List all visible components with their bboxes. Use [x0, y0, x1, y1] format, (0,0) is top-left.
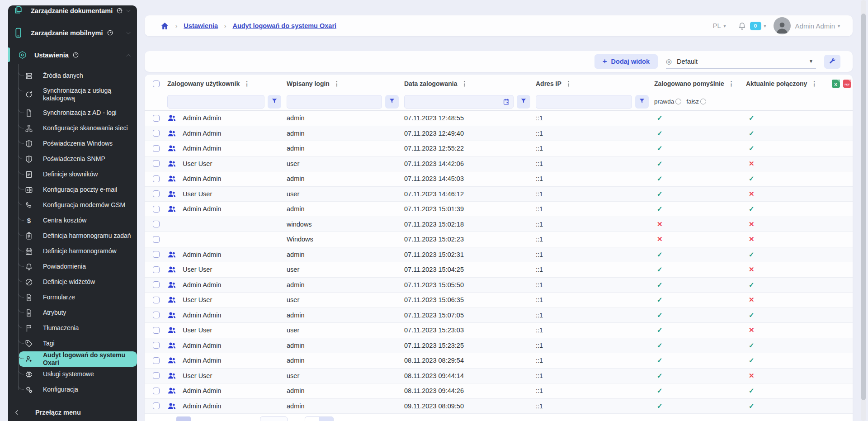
- view-selector[interactable]: ◎ Default ▼: [666, 54, 816, 69]
- sidebar-item[interactable]: Definicje widżetów: [8, 274, 137, 290]
- notification-badge[interactable]: 0: [750, 22, 761, 30]
- sidebar-item[interactable]: Atrybuty: [8, 305, 137, 321]
- table-row[interactable]: Admin Admin admin 08.11.2023 09:44:26 ::…: [145, 383, 853, 399]
- calendar-icon[interactable]: [503, 98, 510, 105]
- sidebar-item[interactable]: Konfiguracja poczty e-mail: [8, 182, 137, 198]
- column-header[interactable]: Wpisany login: [287, 80, 330, 87]
- chevron-down-icon[interactable]: ▾: [724, 24, 726, 28]
- row-checkbox[interactable]: [153, 266, 160, 273]
- sidebar-item[interactable]: Konfiguracje skanowania sieci: [8, 121, 137, 136]
- select-all-checkbox[interactable]: [153, 80, 160, 87]
- scrollbar-thumb[interactable]: [861, 14, 866, 400]
- user-menu[interactable]: Admin Admin: [795, 22, 835, 30]
- sidebar-item-zarzadzanie-mobilnymi[interactable]: Zarządzanie mobilnymi: [8, 22, 137, 44]
- sidebar-item[interactable]: Powiadomienia: [8, 259, 137, 274]
- row-checkbox[interactable]: [153, 402, 160, 409]
- sidebar-item[interactable]: Usługi systemowe: [8, 367, 137, 382]
- scrollbar[interactable]: [861, 0, 866, 421]
- table-row[interactable]: Admin Admin admin 07.11.2023 12:48:55 ::…: [145, 111, 853, 126]
- filter-input-date[interactable]: [404, 95, 514, 109]
- page-button[interactable]: [176, 416, 191, 421]
- row-checkbox[interactable]: [153, 297, 160, 303]
- chevron-down-icon[interactable]: ▾: [838, 24, 840, 28]
- filter-false-radio[interactable]: [700, 99, 706, 104]
- sidebar-item[interactable]: Definicja harmonogramu zadań: [8, 228, 137, 244]
- sidebar-item[interactable]: Audyt logowań do systemu Oxari: [19, 351, 137, 367]
- chevron-down-icon[interactable]: [125, 8, 132, 14]
- toggle-menu-button[interactable]: Przełącz menu: [8, 406, 137, 419]
- row-checkbox[interactable]: [153, 175, 160, 182]
- sidebar-item[interactable]: Synchronizacja z AD - logi: [8, 105, 137, 121]
- row-checkbox[interactable]: [153, 281, 160, 288]
- table-row[interactable]: Admin Admin admin 07.11.2023 12:49:40 ::…: [145, 126, 853, 142]
- page-size-select[interactable]: [260, 416, 288, 421]
- table-row[interactable]: Admin Admin admin 07.11.2023 15:23:25 ::…: [145, 338, 853, 354]
- table-row[interactable]: Admin Admin admin 07.11.2023 15:07:05 ::…: [145, 308, 853, 323]
- bell-icon[interactable]: [738, 22, 746, 30]
- sidebar-item[interactable]: Konfiguracja modemów GSM: [8, 198, 137, 213]
- filter-true-radio[interactable]: [675, 99, 681, 104]
- sidebar-item[interactable]: Formularze: [8, 290, 137, 305]
- table-row[interactable]: User User user 07.11.2023 15:04:25 ::1 ✓…: [145, 262, 853, 278]
- sidebar-item[interactable]: Poświadczenia SNMP: [8, 151, 137, 167]
- column-header[interactable]: Data zalogowania: [404, 80, 457, 87]
- row-checkbox[interactable]: [153, 115, 160, 122]
- sidebar-item[interactable]: Źródła danych: [8, 68, 137, 84]
- row-checkbox[interactable]: [153, 312, 160, 318]
- column-header[interactable]: Zalogowany użytkownik: [167, 80, 240, 87]
- table-row[interactable]: windows 07.11.2023 15:02:18 ::1 ✕ ✕: [145, 217, 853, 232]
- column-header[interactable]: Aktualnie połączony: [746, 80, 807, 87]
- row-checkbox[interactable]: [153, 388, 160, 394]
- chevron-up-icon[interactable]: [125, 52, 132, 58]
- customize-columns-button[interactable]: [824, 55, 840, 69]
- home-icon[interactable]: [160, 22, 169, 30]
- row-checkbox[interactable]: [153, 357, 160, 364]
- table-row[interactable]: User User user 07.11.2023 14:42:06 ::1 ✓…: [145, 156, 853, 172]
- filter-button-user[interactable]: [268, 95, 281, 109]
- add-view-button[interactable]: + Dodaj widok: [594, 54, 658, 69]
- table-row[interactable]: User User user 07.11.2023 15:23:03 ::1 ✓…: [145, 323, 853, 338]
- sidebar-item[interactable]: Tłumaczenia: [8, 321, 137, 336]
- sidebar-item[interactable]: Synchronizacja z usługą katalogową: [8, 84, 137, 105]
- kebab-menu-icon[interactable]: ⋮: [334, 80, 340, 87]
- filter-button-date[interactable]: [517, 95, 530, 109]
- table-row[interactable]: User User user 07.11.2023 15:06:35 ::1 ✓…: [145, 293, 853, 308]
- filter-input-login[interactable]: [287, 95, 382, 109]
- row-checkbox[interactable]: [153, 372, 160, 379]
- filter-input-user[interactable]: [167, 95, 264, 109]
- export-pdf-icon[interactable]: PDF: [843, 80, 851, 88]
- row-checkbox[interactable]: [153, 251, 160, 258]
- table-row[interactable]: Admin Admin admin 08.11.2023 08:29:54 ::…: [145, 353, 853, 369]
- row-checkbox[interactable]: [153, 130, 160, 137]
- row-checkbox[interactable]: [153, 206, 160, 213]
- sidebar-item[interactable]: Konfiguracja: [8, 382, 137, 397]
- kebab-menu-icon[interactable]: ⋮: [461, 80, 467, 87]
- row-checkbox[interactable]: [153, 190, 160, 197]
- avatar[interactable]: [774, 17, 791, 34]
- breadcrumb-link-audyt[interactable]: Audyt logowań do systemu Oxari: [232, 22, 336, 29]
- kebab-menu-icon[interactable]: ⋮: [566, 80, 572, 87]
- breadcrumb-link-ustawienia[interactable]: Ustawienia: [184, 22, 218, 29]
- table-row[interactable]: Windows 07.11.2023 15:02:23 ::1 ✕ ✕: [145, 232, 853, 247]
- column-header[interactable]: Adres IP: [536, 80, 561, 87]
- sidebar-item[interactable]: Poświadczenia Windows: [8, 136, 137, 151]
- table-row[interactable]: Admin Admin admin 07.11.2023 14:45:03 ::…: [145, 171, 853, 187]
- row-checkbox[interactable]: [153, 160, 160, 167]
- chevron-down-icon[interactable]: [125, 30, 132, 36]
- kebab-menu-icon[interactable]: ⋮: [244, 80, 250, 87]
- filter-input-ip[interactable]: [536, 95, 632, 109]
- sidebar-item[interactable]: Tagi: [8, 336, 137, 351]
- kebab-menu-icon[interactable]: ⋮: [811, 80, 817, 87]
- sidebar-item[interactable]: Definicje harmonogramów: [8, 244, 137, 259]
- table-row[interactable]: Admin Admin admin 07.11.2023 12:55:22 ::…: [145, 141, 853, 156]
- export-excel-icon[interactable]: X: [832, 80, 840, 88]
- table-row[interactable]: Admin Admin admin 07.11.2023 15:02:31 ::…: [145, 247, 853, 263]
- sidebar-item[interactable]: $ Centra kosztów: [8, 213, 137, 228]
- column-header[interactable]: Zalogowano pomyślnie: [654, 80, 724, 87]
- row-checkbox[interactable]: [153, 342, 160, 349]
- table-row[interactable]: Admin Admin admin 09.11.2023 08:09:50 ::…: [145, 399, 853, 414]
- sidebar-item-zarzadzanie-dokumentami[interactable]: Zarządzanie dokumentami: [8, 5, 137, 22]
- chevron-down-icon[interactable]: ▾: [764, 24, 766, 28]
- kebab-menu-icon[interactable]: ⋮: [728, 80, 735, 87]
- table-row[interactable]: User User user 07.11.2023 14:46:12 ::1 ✓…: [145, 187, 853, 202]
